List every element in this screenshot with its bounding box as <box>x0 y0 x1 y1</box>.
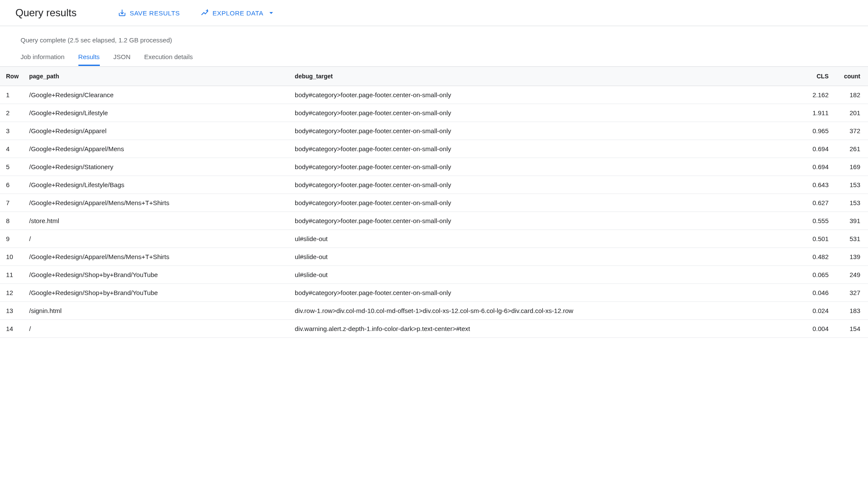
cell-cls: 0.627 <box>799 194 834 212</box>
cell-cls: 0.004 <box>799 320 834 338</box>
table-row: 6/Google+Redesign/Lifestyle/Bagsbody#cat… <box>0 176 868 194</box>
cell-cls: 0.482 <box>799 248 834 266</box>
save-results-button[interactable]: SAVE RESULTS <box>118 9 180 17</box>
cell-page-path: /signin.html <box>24 302 290 320</box>
cell-count: 261 <box>834 140 868 158</box>
column-header-row: Row <box>0 67 24 86</box>
cell-page-path: / <box>24 230 290 248</box>
cell-debug-target: body#category>footer.page-footer.center-… <box>290 122 799 140</box>
cell-cls: 0.501 <box>799 230 834 248</box>
cell-row-number: 13 <box>0 302 24 320</box>
tab-json[interactable]: JSON <box>114 49 131 66</box>
cell-debug-target: body#category>footer.page-footer.center-… <box>290 194 799 212</box>
table-row: 9/ul#slide-out0.501531 <box>0 230 868 248</box>
cell-cls: 0.555 <box>799 212 834 230</box>
cell-page-path: /Google+Redesign/Shop+by+Brand/YouTube <box>24 266 290 284</box>
chevron-down-icon <box>267 9 275 17</box>
cell-count: 183 <box>834 302 868 320</box>
tab-execution-details[interactable]: Execution details <box>144 49 193 66</box>
cell-page-path: /Google+Redesign/Stationery <box>24 158 290 176</box>
cell-count: 249 <box>834 266 868 284</box>
cell-row-number: 5 <box>0 158 24 176</box>
cell-debug-target: body#category>footer.page-footer.center-… <box>290 212 799 230</box>
tab-job-information[interactable]: Job information <box>21 49 65 66</box>
table-row: 14/div.warning.alert.z-depth-1.info-colo… <box>0 320 868 338</box>
cell-row-number: 14 <box>0 320 24 338</box>
cell-count: 154 <box>834 320 868 338</box>
cell-cls: 0.965 <box>799 122 834 140</box>
cell-debug-target: body#category>footer.page-footer.center-… <box>290 176 799 194</box>
cell-debug-target: ul#slide-out <box>290 248 799 266</box>
cell-page-path: /Google+Redesign/Lifestyle/Bags <box>24 176 290 194</box>
table-row: 4/Google+Redesign/Apparel/Mensbody#categ… <box>0 140 868 158</box>
cell-count: 327 <box>834 284 868 302</box>
cell-row-number: 2 <box>0 104 24 122</box>
cell-row-number: 4 <box>0 140 24 158</box>
cell-debug-target: body#category>footer.page-footer.center-… <box>290 158 799 176</box>
page-title: Query results <box>15 7 77 19</box>
cell-count: 139 <box>834 248 868 266</box>
cell-page-path: /Google+Redesign/Clearance <box>24 86 290 104</box>
cell-cls: 0.024 <box>799 302 834 320</box>
column-header-cls: CLS <box>799 67 834 86</box>
cell-debug-target: div.warning.alert.z-depth-1.info-color-d… <box>290 320 799 338</box>
cell-debug-target: body#category>footer.page-footer.center-… <box>290 140 799 158</box>
cell-row-number: 6 <box>0 176 24 194</box>
cell-page-path: /Google+Redesign/Lifestyle <box>24 104 290 122</box>
cell-page-path: /Google+Redesign/Apparel/Mens/Mens+T+Shi… <box>24 194 290 212</box>
cell-count: 153 <box>834 176 868 194</box>
results-table-wrapper: Row page_path debug_target CLS count 1/G… <box>0 66 868 338</box>
explore-data-label: EXPLORE DATA <box>213 9 263 17</box>
table-row: 10/Google+Redesign/Apparel/Mens/Mens+T+S… <box>0 248 868 266</box>
cell-count: 372 <box>834 122 868 140</box>
cell-row-number: 7 <box>0 194 24 212</box>
cell-row-number: 12 <box>0 284 24 302</box>
table-row: 1/Google+Redesign/Clearancebody#category… <box>0 86 868 104</box>
cell-debug-target: body#category>footer.page-footer.center-… <box>290 284 799 302</box>
cell-page-path: /Google+Redesign/Shop+by+Brand/YouTube <box>24 284 290 302</box>
cell-cls: 0.694 <box>799 140 834 158</box>
cell-count: 531 <box>834 230 868 248</box>
table-row: 7/Google+Redesign/Apparel/Mens/Mens+T+Sh… <box>0 194 868 212</box>
tabs-container: Job information Results JSON Execution d… <box>0 49 868 66</box>
cell-row-number: 3 <box>0 122 24 140</box>
tab-results[interactable]: Results <box>78 49 100 66</box>
cell-debug-target: ul#slide-out <box>290 230 799 248</box>
table-row: 3/Google+Redesign/Apparelbody#category>f… <box>0 122 868 140</box>
explore-data-button[interactable]: EXPLORE DATA <box>201 9 275 17</box>
save-results-label: SAVE RESULTS <box>130 9 180 17</box>
chart-icon <box>201 9 209 17</box>
table-row: 8/store.htmlbody#category>footer.page-fo… <box>0 212 868 230</box>
table-row: 13/signin.htmldiv.row-1.row>div.col-md-1… <box>0 302 868 320</box>
cell-count: 169 <box>834 158 868 176</box>
cell-row-number: 11 <box>0 266 24 284</box>
cell-page-path: / <box>24 320 290 338</box>
cell-row-number: 9 <box>0 230 24 248</box>
cell-debug-target: ul#slide-out <box>290 266 799 284</box>
column-header-count: count <box>834 67 868 86</box>
table-row: 5/Google+Redesign/Stationerybody#categor… <box>0 158 868 176</box>
table-row: 12/Google+Redesign/Shop+by+Brand/YouTube… <box>0 284 868 302</box>
cell-cls: 1.911 <box>799 104 834 122</box>
download-icon <box>118 9 126 17</box>
query-status: Query complete (2.5 sec elapsed, 1.2 GB … <box>0 26 868 49</box>
cell-count: 201 <box>834 104 868 122</box>
cell-count: 391 <box>834 212 868 230</box>
cell-cls: 2.162 <box>799 86 834 104</box>
cell-debug-target: body#category>footer.page-footer.center-… <box>290 104 799 122</box>
cell-debug-target: body#category>footer.page-footer.center-… <box>290 86 799 104</box>
column-header-page-path: page_path <box>24 67 290 86</box>
cell-cls: 0.643 <box>799 176 834 194</box>
cell-row-number: 1 <box>0 86 24 104</box>
cell-cls: 0.046 <box>799 284 834 302</box>
cell-row-number: 8 <box>0 212 24 230</box>
table-header-row: Row page_path debug_target CLS count <box>0 67 868 86</box>
cell-cls: 0.694 <box>799 158 834 176</box>
table-row: 11/Google+Redesign/Shop+by+Brand/YouTube… <box>0 266 868 284</box>
table-row: 2/Google+Redesign/Lifestylebody#category… <box>0 104 868 122</box>
cell-page-path: /Google+Redesign/Apparel/Mens/Mens+T+Shi… <box>24 248 290 266</box>
column-header-debug-target: debug_target <box>290 67 799 86</box>
cell-debug-target: div.row-1.row>div.col-md-10.col-md-offse… <box>290 302 799 320</box>
cell-page-path: /Google+Redesign/Apparel <box>24 122 290 140</box>
results-table: Row page_path debug_target CLS count 1/G… <box>0 66 868 338</box>
